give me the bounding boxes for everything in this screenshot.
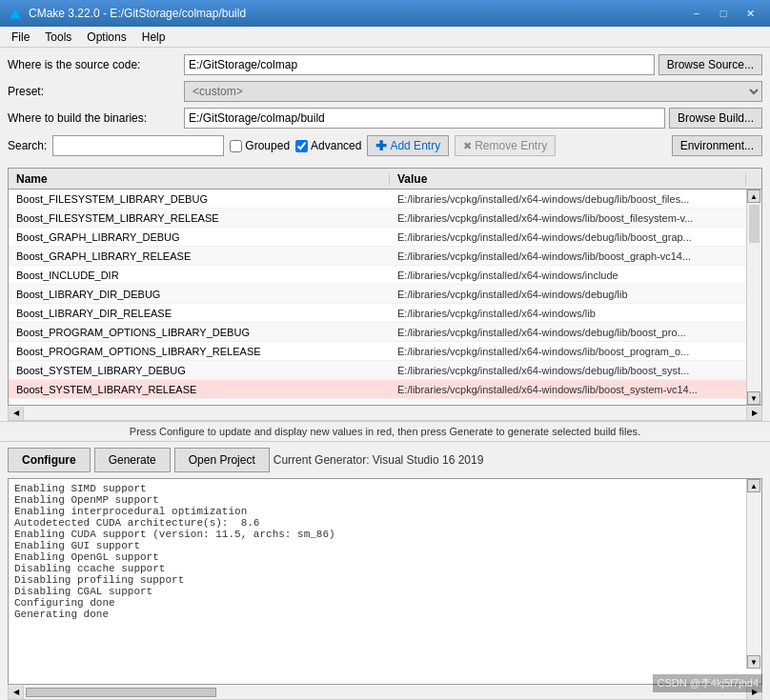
table-row[interactable]: Boost_INCLUDE_DIR E:/libraries/vcpkg/ins… — [9, 266, 761, 285]
table-row[interactable]: Boost_FILESYSTEM_LIBRARY_DEBUG E:/librar… — [9, 190, 761, 209]
close-button[interactable]: ✕ — [738, 4, 762, 23]
table-cell-value: E:/libraries/vcpkg/installed/x64-windows… — [390, 212, 761, 224]
main-content: Where is the source code: Browse Source.… — [0, 48, 770, 168]
output-horizontal-scrollbar[interactable]: ◀ ▶ — [8, 685, 762, 700]
cmake-table: Name Value Boost_FILESYSTEM_LIBRARY_DEBU… — [8, 168, 762, 406]
main-window: CMake 3.22.0 - E:/GitStorage/colmap/buil… — [0, 0, 770, 700]
table-cell-name: Boost_UNIT_TEST_FRAMEWORK_LIBRARY_DEBUG — [9, 403, 390, 407]
output-scroll-down[interactable]: ▼ — [747, 655, 760, 669]
advanced-checkbox-label[interactable]: Advanced — [295, 139, 361, 152]
table-row[interactable]: Boost_PROGRAM_OPTIONS_LIBRARY_DEBUG E:/l… — [9, 323, 761, 342]
table-cell-name: Boost_PROGRAM_OPTIONS_LIBRARY_RELEASE — [9, 346, 390, 357]
add-icon: ✚ — [375, 138, 387, 153]
scroll-left-arrow[interactable]: ◀ — [9, 407, 24, 420]
name-column-header: Name — [9, 172, 390, 186]
advanced-label: Advanced — [311, 139, 361, 152]
title-bar: CMake 3.22.0 - E:/GitStorage/colmap/buil… — [0, 0, 770, 27]
table-cell-name: Boost_GRAPH_LIBRARY_DEBUG — [9, 231, 390, 243]
table-row[interactable]: Boost_SYSTEM_LIBRARY_DEBUG E:/libraries/… — [9, 361, 761, 380]
table-cell-name: Boost_SYSTEM_LIBRARY_RELEASE — [9, 384, 390, 395]
table-cell-value: E:/libraries/vcpkg/installed/x64-windows… — [390, 289, 761, 300]
preset-select[interactable]: <custom> — [184, 81, 762, 102]
table-row[interactable]: Boost_GRAPH_LIBRARY_DEBUG E:/libraries/v… — [9, 228, 761, 247]
configure-button[interactable]: Configure — [8, 448, 91, 472]
menu-options[interactable]: Options — [79, 29, 133, 45]
title-bar-text: CMake 3.22.0 - E:/GitStorage/colmap/buil… — [29, 7, 684, 20]
table-cell-value: E:/libraries/vcpkg/installed/x64-windows… — [390, 384, 761, 395]
table-row[interactable]: Boost_SYSTEM_LIBRARY_RELEASE E:/librarie… — [9, 380, 761, 399]
table-cell-value: E:/libraries/vcpkg/installed/x64-windows… — [390, 231, 761, 243]
table-cell-name: Boost_LIBRARY_DIR_DEBUG — [9, 289, 390, 300]
action-row: Configure Generate Open Project Current … — [0, 442, 770, 478]
open-project-button[interactable]: Open Project — [174, 448, 270, 472]
preset-row: Preset: <custom> — [8, 80, 762, 103]
svg-marker-0 — [10, 8, 21, 19]
table-cell-name: Boost_FILESYSTEM_LIBRARY_DEBUG — [9, 193, 390, 205]
source-label: Where is the source code: — [8, 58, 184, 71]
scroll-down-arrow[interactable]: ▼ — [747, 391, 760, 405]
source-input[interactable] — [184, 54, 655, 75]
table-cell-name: Boost_FILESYSTEM_LIBRARY_RELEASE — [9, 212, 390, 224]
table-row[interactable]: Boost_FILESYSTEM_LIBRARY_RELEASE E:/libr… — [9, 209, 761, 228]
minimize-button[interactable]: − — [684, 4, 709, 23]
output-vertical-scrollbar[interactable]: ▲ ▼ — [746, 479, 761, 669]
menu-bar: File Tools Options Help — [0, 27, 770, 48]
table-row[interactable]: Boost_LIBRARY_DIR_RELEASE E:/libraries/v… — [9, 304, 761, 323]
generator-label: Current Generator: Visual Studio 16 2019 — [274, 453, 484, 467]
environment-button[interactable]: Environment... — [672, 135, 762, 156]
table-cell-value: E:/libraries/vcpkg/installed/x64-windows… — [390, 250, 761, 262]
scroll-right-arrow[interactable]: ▶ — [746, 407, 761, 420]
title-bar-controls: − □ ✕ — [684, 4, 762, 23]
preset-label: Preset: — [8, 85, 184, 98]
output-text: Enabling SIMD support Enabling OpenMP su… — [9, 479, 761, 660]
table-cell-name: Boost_PROGRAM_OPTIONS_LIBRARY_DEBUG — [9, 327, 390, 338]
table-cell-value: E:/libraries/vcpkg/installed/x64-windows… — [390, 403, 761, 407]
search-row: Search: Grouped Advanced ✚ Add Entry ✖ R… — [8, 133, 762, 158]
menu-help[interactable]: Help — [134, 29, 173, 45]
source-row: Where is the source code: Browse Source.… — [8, 53, 762, 76]
generate-button[interactable]: Generate — [94, 448, 171, 472]
browse-source-button[interactable]: Browse Source... — [659, 54, 762, 75]
table-cell-value: E:/libraries/vcpkg/installed/x64-windows… — [390, 270, 761, 281]
watermark: CSDN @李4kj5f7jhd4 — [653, 674, 762, 692]
table-horizontal-scrollbar[interactable]: ◀ ▶ — [8, 406, 762, 421]
status-bar: Press Configure to update and display ne… — [0, 421, 770, 442]
browse-build-button[interactable]: Browse Build... — [669, 108, 762, 129]
table-cell-name: Boost_INCLUDE_DIR — [9, 270, 390, 281]
add-entry-button[interactable]: ✚ Add Entry — [367, 135, 449, 156]
table-header: Name Value — [9, 169, 761, 190]
table-cell-name: Boost_GRAPH_LIBRARY_RELEASE — [9, 250, 390, 262]
value-column-header: Value — [390, 172, 746, 186]
output-scroll-up[interactable]: ▲ — [747, 479, 760, 492]
output-scroll-thumb[interactable] — [26, 688, 216, 697]
table-cell-value: E:/libraries/vcpkg/installed/x64-windows… — [390, 193, 761, 205]
search-input[interactable] — [52, 135, 224, 156]
table-body: Boost_FILESYSTEM_LIBRARY_DEBUG E:/librar… — [9, 190, 761, 406]
menu-file[interactable]: File — [4, 29, 37, 45]
grouped-label: Grouped — [245, 139, 290, 152]
table-row[interactable]: Boost_LIBRARY_DIR_DEBUG E:/libraries/vcp… — [9, 285, 761, 304]
table-row[interactable]: Boost_PROGRAM_OPTIONS_LIBRARY_RELEASE E:… — [9, 342, 761, 361]
scroll-up-arrow[interactable]: ▲ — [747, 190, 760, 203]
table-row[interactable]: Boost_GRAPH_LIBRARY_RELEASE E:/libraries… — [9, 247, 761, 266]
grouped-checkbox[interactable] — [230, 140, 242, 152]
table-cell-value: E:/libraries/vcpkg/installed/x64-windows… — [390, 346, 761, 357]
output-scroll-left[interactable]: ◀ — [9, 686, 24, 699]
remove-entry-button[interactable]: ✖ Remove Entry — [455, 135, 556, 156]
table-cell-value: E:/libraries/vcpkg/installed/x64-windows… — [390, 365, 761, 376]
advanced-checkbox[interactable] — [295, 140, 308, 152]
build-row: Where to build the binaries: Browse Buil… — [8, 107, 762, 130]
scroll-thumb[interactable] — [749, 205, 760, 243]
table-cell-name: Boost_SYSTEM_LIBRARY_DEBUG — [9, 365, 390, 376]
menu-tools[interactable]: Tools — [37, 29, 79, 45]
table-cell-name: Boost_LIBRARY_DIR_RELEASE — [9, 308, 390, 319]
remove-icon: ✖ — [463, 140, 472, 152]
maximize-button[interactable]: □ — [711, 4, 736, 23]
table-row[interactable]: Boost_UNIT_TEST_FRAMEWORK_LIBRARY_DEBUG … — [9, 399, 761, 406]
grouped-checkbox-label[interactable]: Grouped — [230, 139, 290, 152]
search-label: Search: — [8, 139, 47, 152]
vertical-scrollbar[interactable]: ▲ ▼ — [746, 190, 761, 405]
table-cell-value: E:/libraries/vcpkg/installed/x64-windows… — [390, 327, 761, 338]
table-cell-value: E:/libraries/vcpkg/installed/x64-windows… — [390, 308, 761, 319]
build-input[interactable] — [184, 108, 665, 129]
